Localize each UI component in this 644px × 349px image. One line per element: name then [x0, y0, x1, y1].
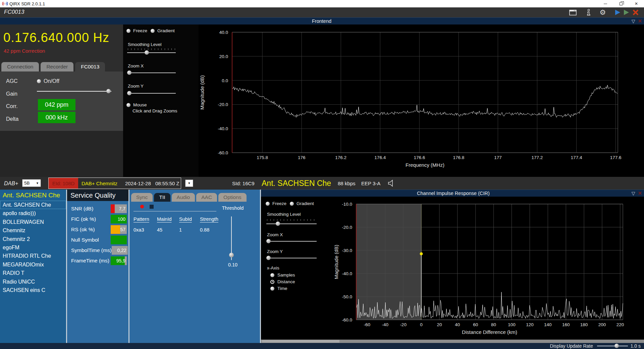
zoomy-track[interactable] — [127, 93, 176, 94]
tab-connection[interactable]: Connection — [1, 62, 39, 71]
tab-aac[interactable]: AAC — [196, 193, 217, 202]
tab-tii[interactable]: TII — [154, 193, 170, 202]
gear-icon: ⚙ — [600, 8, 606, 16]
stop-device-button[interactable] — [631, 8, 640, 16]
update-rate-label: Display Update Rate — [550, 343, 593, 349]
service-item[interactable]: Ant. SACHSEN Che — [0, 201, 66, 209]
scrollbar-thumb[interactable] — [262, 340, 339, 343]
service-item[interactable]: HITRADIO RTL Che — [0, 252, 66, 260]
cir-title: Channel Impulse Response (CIR) — [417, 191, 490, 196]
tab-options[interactable]: Options — [218, 193, 246, 202]
svg-text:180: 180 — [580, 322, 588, 327]
minimize-button[interactable] — [598, 0, 613, 7]
frontend-freeze-toggle[interactable]: Freeze — [126, 28, 147, 33]
quality-bar: 100 — [111, 215, 127, 223]
service-item[interactable]: RADIO T — [0, 269, 66, 277]
restore-button[interactable] — [613, 0, 629, 7]
cir-zoomx-thumb[interactable] — [266, 239, 271, 243]
close-button[interactable]: ✕ — [629, 0, 644, 7]
cir-zoomy-track[interactable] — [266, 258, 317, 258]
smoothing-track[interactable] — [127, 52, 176, 53]
frontend-display-controls: Freeze Gradient Smoothing Level Zoom X Z… — [123, 24, 199, 177]
svg-text:-20.0: -20.0 — [342, 225, 352, 230]
cir-horizontal-scrollbar[interactable] — [261, 340, 644, 343]
svg-text:40.0: 40.0 — [219, 30, 228, 35]
zoomx-thumb[interactable] — [127, 70, 131, 75]
service-item[interactable]: BOLLERWAGEN — [0, 218, 66, 226]
settings-button[interactable]: ⚙ — [598, 8, 607, 16]
frontend-spectrum-plot[interactable]: 40.020.00.0-20.0-40.0-60.0175.8176176.21… — [199, 24, 644, 177]
update-rate-slider[interactable] — [597, 344, 628, 348]
frontend-smoothing-slider[interactable] — [127, 50, 176, 55]
zoomx-track[interactable] — [127, 72, 176, 73]
cir-zoomy-thumb[interactable] — [266, 256, 271, 260]
service-item[interactable]: apollo radio))) — [0, 209, 66, 217]
service-item[interactable]: Chemnitz — [0, 226, 66, 235]
frontend-collapse-icon[interactable]: ▽ — [632, 18, 635, 24]
minimize-icon — [604, 4, 607, 4]
service-item[interactable]: SACHSEN eins C — [0, 286, 66, 294]
cir-zoomx-track[interactable] — [266, 241, 317, 242]
cir-close-icon[interactable]: ✕ — [638, 190, 642, 196]
gain-slider-track[interactable] — [37, 91, 111, 92]
threshold-slider[interactable] — [229, 216, 234, 260]
smoothing-thumb[interactable] — [145, 50, 149, 55]
mouse-hint: Click and Drag Zooms — [132, 108, 177, 113]
play-secondary-button[interactable] — [622, 8, 631, 16]
xaxis-option-samples[interactable]: Samples — [270, 272, 295, 278]
svg-text:176.4: 176.4 — [374, 155, 386, 160]
fc0013-tab-panel: AGC On/Off Gain Corr. 042 ppm Delta 000 … — [0, 71, 123, 131]
tab-sync[interactable]: Sync — [131, 193, 153, 202]
gain-slider[interactable] — [37, 89, 111, 93]
tii-stop-square-icon[interactable] — [150, 205, 154, 209]
service-item[interactable]: Chemnitz 2 — [0, 235, 66, 243]
frontend-close-icon[interactable]: ✕ — [638, 18, 642, 24]
channel-dropdown[interactable]: 5B▼ — [22, 179, 41, 187]
cir-zoomy-slider[interactable] — [266, 256, 317, 260]
cir-zoomx-slider[interactable] — [266, 239, 317, 243]
cir-smoothing-slider[interactable] — [266, 221, 317, 226]
update-rate-track[interactable] — [597, 346, 628, 346]
cir-collapse-icon[interactable]: ▽ — [632, 191, 635, 196]
tab-recorder[interactable]: Recorder — [41, 62, 73, 71]
update-rate-thumb[interactable] — [614, 344, 619, 348]
zoomy-thumb[interactable] — [127, 91, 131, 95]
cir-gradient-toggle[interactable]: Gradient — [290, 201, 314, 206]
frequency-display: 0.176.640.000 Hz — [3, 31, 109, 45]
tii-record-dot-icon[interactable] — [140, 205, 144, 208]
frontend-window-button[interactable] — [569, 8, 577, 16]
frontend-zoomx-slider[interactable] — [127, 70, 176, 75]
window-icon — [569, 10, 577, 15]
cir-plot[interactable]: -10.0-20.0-30.0-40.0-50.0-60.0-60-40-200… — [332, 197, 644, 340]
quality-bar-value: 100 — [118, 215, 125, 223]
service-item[interactable]: egoFM — [0, 243, 66, 252]
cir-smoothing-track[interactable] — [266, 223, 317, 224]
xaxis-option-time[interactable]: Time — [270, 286, 287, 291]
cir-smoothing-thumb[interactable] — [276, 221, 280, 226]
tii-cell: 0xa3 — [133, 227, 157, 233]
agc-toggle[interactable]: On/Off — [37, 78, 59, 84]
quality-bar: 0,22 — [112, 246, 128, 255]
service-quality-panel: Service Quality SNR (dB)7,7FIC (ok %)100… — [67, 190, 128, 343]
frontend-gradient-toggle[interactable]: Gradient — [151, 28, 175, 33]
mouse-zoom-toggle[interactable]: Mouse — [126, 102, 147, 107]
info-button[interactable] — [584, 8, 593, 16]
dab-mode-label: DAB+ — [4, 181, 18, 187]
threshold-thumb[interactable] — [229, 253, 234, 257]
frontend-zoomy-slider[interactable] — [127, 91, 176, 95]
gain-slider-thumb[interactable] — [106, 89, 111, 93]
tab-fc0013[interactable]: FC0013 — [75, 62, 105, 71]
svg-text:120: 120 — [526, 322, 534, 327]
svg-text:176.8: 176.8 — [453, 155, 464, 160]
zoomy-label: Zoom Y — [128, 84, 144, 89]
time-source-dropdown[interactable]: ▼ — [185, 180, 193, 187]
svg-text:Magnitude (dB): Magnitude (dB) — [333, 245, 339, 279]
service-item[interactable]: Radio UNiCC — [0, 278, 66, 286]
play-button[interactable] — [613, 8, 622, 16]
xaxis-option-distance[interactable]: Distance — [270, 279, 295, 284]
cir-freeze-toggle[interactable]: Freeze — [266, 201, 286, 206]
tab-audio[interactable]: Audio — [172, 193, 195, 202]
window-title: QIRX SDR 2.0.1.1 — [9, 1, 45, 6]
service-item[interactable]: MEGARADIOmix — [0, 260, 66, 269]
speaker-icon[interactable] — [387, 180, 395, 187]
